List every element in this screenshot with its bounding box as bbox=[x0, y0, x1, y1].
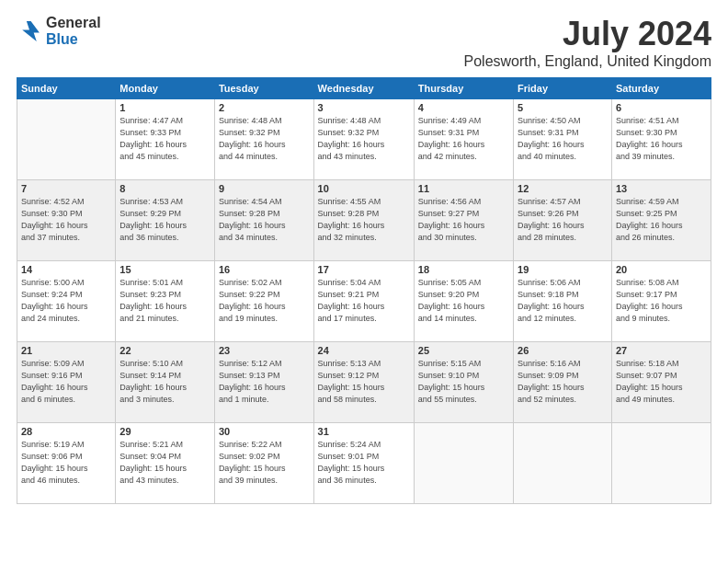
col-sunday: Sunday bbox=[17, 78, 116, 99]
day-info: Sunrise: 4:55 AM Sunset: 9:28 PM Dayligh… bbox=[318, 196, 410, 244]
table-row: 4Sunrise: 4:49 AM Sunset: 9:31 PM Daylig… bbox=[414, 99, 513, 180]
day-number: 1 bbox=[119, 102, 210, 113]
day-info: Sunrise: 5:00 AM Sunset: 9:24 PM Dayligh… bbox=[21, 277, 111, 325]
page: General Blue July 2024 Polesworth, Engla… bbox=[0, 0, 728, 563]
table-row: 15Sunrise: 5:01 AM Sunset: 9:23 PM Dayli… bbox=[116, 261, 215, 342]
calendar-header-row: Sunday Monday Tuesday Wednesday Thursday… bbox=[17, 78, 711, 99]
svg-marker-0 bbox=[22, 21, 40, 41]
day-number: 3 bbox=[318, 102, 410, 113]
day-number: 13 bbox=[616, 183, 707, 194]
day-info: Sunrise: 4:53 AM Sunset: 9:29 PM Dayligh… bbox=[119, 196, 210, 244]
table-row: 30Sunrise: 5:22 AM Sunset: 9:02 PM Dayli… bbox=[214, 423, 313, 504]
day-info: Sunrise: 4:49 AM Sunset: 9:31 PM Dayligh… bbox=[418, 115, 509, 163]
col-saturday: Saturday bbox=[611, 78, 711, 99]
subtitle: Polesworth, England, United Kingdom bbox=[464, 53, 712, 70]
day-number: 17 bbox=[318, 264, 410, 275]
table-row: 29Sunrise: 5:21 AM Sunset: 9:04 PM Dayli… bbox=[116, 423, 215, 504]
day-info: Sunrise: 4:56 AM Sunset: 9:27 PM Dayligh… bbox=[418, 196, 509, 244]
table-row: 18Sunrise: 5:05 AM Sunset: 9:20 PM Dayli… bbox=[414, 261, 513, 342]
day-info: Sunrise: 5:02 AM Sunset: 9:22 PM Dayligh… bbox=[219, 277, 310, 325]
table-row: 23Sunrise: 5:12 AM Sunset: 9:13 PM Dayli… bbox=[214, 342, 313, 423]
day-info: Sunrise: 4:48 AM Sunset: 9:32 PM Dayligh… bbox=[219, 115, 310, 163]
logo: General Blue bbox=[17, 15, 101, 48]
day-number: 30 bbox=[219, 426, 310, 437]
table-row: 27Sunrise: 5:18 AM Sunset: 9:07 PM Dayli… bbox=[611, 342, 711, 423]
table-row: 6Sunrise: 4:51 AM Sunset: 9:30 PM Daylig… bbox=[611, 99, 711, 180]
day-info: Sunrise: 4:52 AM Sunset: 9:30 PM Dayligh… bbox=[21, 196, 111, 244]
day-info: Sunrise: 4:59 AM Sunset: 9:25 PM Dayligh… bbox=[616, 196, 707, 244]
table-row: 12Sunrise: 4:57 AM Sunset: 9:26 PM Dayli… bbox=[514, 180, 612, 261]
day-info: Sunrise: 5:08 AM Sunset: 9:17 PM Dayligh… bbox=[616, 277, 707, 325]
main-title: July 2024 bbox=[464, 15, 712, 53]
day-number: 4 bbox=[418, 102, 509, 113]
table-row bbox=[611, 423, 711, 504]
day-info: Sunrise: 5:21 AM Sunset: 9:04 PM Dayligh… bbox=[119, 439, 210, 487]
day-number: 7 bbox=[21, 183, 111, 194]
day-info: Sunrise: 5:24 AM Sunset: 9:01 PM Dayligh… bbox=[318, 439, 410, 487]
day-info: Sunrise: 4:47 AM Sunset: 9:33 PM Dayligh… bbox=[119, 115, 210, 163]
col-monday: Monday bbox=[116, 78, 215, 99]
calendar-week-row: 1Sunrise: 4:47 AM Sunset: 9:33 PM Daylig… bbox=[17, 99, 711, 180]
day-info: Sunrise: 5:18 AM Sunset: 9:07 PM Dayligh… bbox=[616, 358, 707, 406]
table-row: 8Sunrise: 4:53 AM Sunset: 9:29 PM Daylig… bbox=[116, 180, 215, 261]
day-number: 11 bbox=[418, 183, 509, 194]
day-info: Sunrise: 5:22 AM Sunset: 9:02 PM Dayligh… bbox=[219, 439, 310, 487]
table-row: 28Sunrise: 5:19 AM Sunset: 9:06 PM Dayli… bbox=[17, 423, 116, 504]
header: General Blue July 2024 Polesworth, Engla… bbox=[17, 15, 711, 70]
table-row: 16Sunrise: 5:02 AM Sunset: 9:22 PM Dayli… bbox=[214, 261, 313, 342]
table-row bbox=[17, 99, 116, 180]
day-info: Sunrise: 5:06 AM Sunset: 9:18 PM Dayligh… bbox=[518, 277, 608, 325]
col-friday: Friday bbox=[514, 78, 612, 99]
table-row bbox=[514, 423, 612, 504]
day-number: 14 bbox=[21, 264, 111, 275]
table-row: 5Sunrise: 4:50 AM Sunset: 9:31 PM Daylig… bbox=[514, 99, 612, 180]
day-info: Sunrise: 5:10 AM Sunset: 9:14 PM Dayligh… bbox=[119, 358, 210, 406]
day-number: 25 bbox=[418, 345, 509, 356]
table-row: 13Sunrise: 4:59 AM Sunset: 9:25 PM Dayli… bbox=[611, 180, 711, 261]
day-number: 2 bbox=[219, 102, 310, 113]
day-info: Sunrise: 5:15 AM Sunset: 9:10 PM Dayligh… bbox=[418, 358, 509, 406]
day-number: 22 bbox=[119, 345, 210, 356]
day-number: 24 bbox=[318, 345, 410, 356]
day-info: Sunrise: 5:13 AM Sunset: 9:12 PM Dayligh… bbox=[318, 358, 410, 406]
table-row: 24Sunrise: 5:13 AM Sunset: 9:12 PM Dayli… bbox=[313, 342, 414, 423]
day-info: Sunrise: 5:01 AM Sunset: 9:23 PM Dayligh… bbox=[119, 277, 210, 325]
day-number: 26 bbox=[518, 345, 608, 356]
day-info: Sunrise: 4:54 AM Sunset: 9:28 PM Dayligh… bbox=[219, 196, 310, 244]
table-row bbox=[414, 423, 513, 504]
day-number: 5 bbox=[518, 102, 608, 113]
day-number: 9 bbox=[219, 183, 310, 194]
day-number: 6 bbox=[616, 102, 707, 113]
day-info: Sunrise: 4:48 AM Sunset: 9:32 PM Dayligh… bbox=[318, 115, 410, 163]
calendar-week-row: 7Sunrise: 4:52 AM Sunset: 9:30 PM Daylig… bbox=[17, 180, 711, 261]
table-row: 3Sunrise: 4:48 AM Sunset: 9:32 PM Daylig… bbox=[313, 99, 414, 180]
day-number: 18 bbox=[418, 264, 509, 275]
logo-icon bbox=[17, 18, 42, 44]
calendar-table: Sunday Monday Tuesday Wednesday Thursday… bbox=[17, 77, 711, 504]
title-block: July 2024 Polesworth, England, United Ki… bbox=[464, 15, 712, 70]
day-number: 28 bbox=[21, 426, 111, 437]
day-info: Sunrise: 5:04 AM Sunset: 9:21 PM Dayligh… bbox=[318, 277, 410, 325]
table-row: 22Sunrise: 5:10 AM Sunset: 9:14 PM Dayli… bbox=[116, 342, 215, 423]
day-info: Sunrise: 5:12 AM Sunset: 9:13 PM Dayligh… bbox=[219, 358, 310, 406]
table-row: 2Sunrise: 4:48 AM Sunset: 9:32 PM Daylig… bbox=[214, 99, 313, 180]
table-row: 26Sunrise: 5:16 AM Sunset: 9:09 PM Dayli… bbox=[514, 342, 612, 423]
table-row: 17Sunrise: 5:04 AM Sunset: 9:21 PM Dayli… bbox=[313, 261, 414, 342]
table-row: 7Sunrise: 4:52 AM Sunset: 9:30 PM Daylig… bbox=[17, 180, 116, 261]
calendar-week-row: 21Sunrise: 5:09 AM Sunset: 9:16 PM Dayli… bbox=[17, 342, 711, 423]
table-row: 31Sunrise: 5:24 AM Sunset: 9:01 PM Dayli… bbox=[313, 423, 414, 504]
day-info: Sunrise: 4:50 AM Sunset: 9:31 PM Dayligh… bbox=[518, 115, 608, 163]
table-row: 11Sunrise: 4:56 AM Sunset: 9:27 PM Dayli… bbox=[414, 180, 513, 261]
day-info: Sunrise: 4:57 AM Sunset: 9:26 PM Dayligh… bbox=[518, 196, 608, 244]
table-row: 25Sunrise: 5:15 AM Sunset: 9:10 PM Dayli… bbox=[414, 342, 513, 423]
calendar-week-row: 28Sunrise: 5:19 AM Sunset: 9:06 PM Dayli… bbox=[17, 423, 711, 504]
table-row: 10Sunrise: 4:55 AM Sunset: 9:28 PM Dayli… bbox=[313, 180, 414, 261]
day-number: 16 bbox=[219, 264, 310, 275]
table-row: 9Sunrise: 4:54 AM Sunset: 9:28 PM Daylig… bbox=[214, 180, 313, 261]
table-row: 20Sunrise: 5:08 AM Sunset: 9:17 PM Dayli… bbox=[611, 261, 711, 342]
day-info: Sunrise: 5:09 AM Sunset: 9:16 PM Dayligh… bbox=[21, 358, 111, 406]
day-number: 23 bbox=[219, 345, 310, 356]
day-number: 20 bbox=[616, 264, 707, 275]
day-number: 8 bbox=[119, 183, 210, 194]
day-number: 15 bbox=[119, 264, 210, 275]
